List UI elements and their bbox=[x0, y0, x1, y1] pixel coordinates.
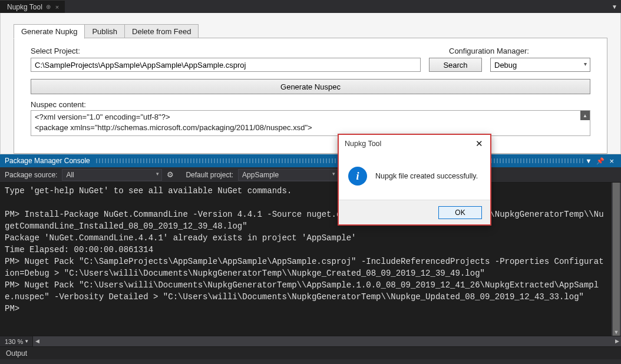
dialog-message: Nupgk file created successfully. bbox=[375, 172, 478, 180]
dialog-title-bar[interactable]: Nupkg Tool ✕ bbox=[339, 135, 490, 153]
search-button[interactable]: Search bbox=[429, 58, 482, 72]
console-footer: 130 % ▼ ◀ ▶ bbox=[0, 336, 621, 346]
generate-nupkg-panel: Select Project: Configuration Manager: S… bbox=[14, 38, 607, 154]
dialog-ok-button[interactable]: OK bbox=[438, 206, 482, 219]
info-icon: i bbox=[348, 167, 367, 186]
scroll-down-arrow-icon[interactable]: ▼ bbox=[612, 329, 621, 335]
configuration-manager-label: Configuration Manager: bbox=[449, 47, 590, 55]
tab-generate-nupkg[interactable]: Generate Nupkg bbox=[14, 24, 85, 39]
scroll-right-arrow-icon[interactable]: ▶ bbox=[613, 336, 621, 346]
package-source-label: Package source: bbox=[5, 171, 57, 179]
document-tab-title: Nupkg Tool bbox=[7, 3, 42, 11]
vertical-scrollbar[interactable]: ▲ ▼ bbox=[612, 183, 621, 336]
pmc-toolbar: Package source: All ⚙ Default project: A… bbox=[0, 167, 621, 183]
pmc-console-area: Type 'get-help NuGet' to see all availab… bbox=[0, 183, 621, 336]
select-project-label: Select Project: bbox=[31, 47, 425, 55]
dialog-body: i Nupgk file created successfully. bbox=[339, 153, 490, 200]
nuspec-content-label: Nuspec content: bbox=[31, 100, 590, 109]
dialog-title: Nupkg Tool bbox=[345, 140, 381, 148]
dialog-close-icon[interactable]: ✕ bbox=[473, 138, 485, 149]
chevron-down-icon: ▼ bbox=[24, 339, 29, 344]
pmc-dropdown-icon[interactable]: ▼ bbox=[583, 157, 594, 164]
pin-icon[interactable]: ⊕ bbox=[46, 4, 51, 10]
output-tab[interactable]: Output bbox=[0, 346, 621, 359]
horizontal-scrollbar[interactable]: ◀ ▶ bbox=[33, 336, 621, 346]
pmc-console[interactable]: Type 'get-help NuGet' to see all availab… bbox=[0, 183, 612, 336]
nuspec-content-textarea[interactable]: <?xml version="1.0" encoding="utf-8"?> <… bbox=[31, 110, 590, 136]
inner-tab-strip: Generate Nupkg Publish Delete from Feed bbox=[14, 24, 198, 38]
close-tab-icon[interactable]: × bbox=[54, 4, 60, 11]
tab-delete-from-feed[interactable]: Delete from Feed bbox=[124, 24, 199, 39]
tool-page: Generate Nupkg Publish Delete from Feed … bbox=[0, 13, 621, 154]
scroll-left-arrow-icon[interactable]: ◀ bbox=[33, 336, 41, 346]
output-tab-label: Output bbox=[6, 349, 27, 358]
document-tab-bar: Nupkg Tool ⊕ × ▼ bbox=[0, 0, 621, 13]
nuspec-text: <?xml version="1.0" encoding="utf-8"?> <… bbox=[35, 112, 580, 134]
configuration-select[interactable]: Debug bbox=[490, 58, 590, 72]
gear-icon[interactable]: ⚙ bbox=[167, 170, 174, 179]
tab-publish[interactable]: Publish bbox=[84, 24, 125, 39]
pmc-pin-icon[interactable]: 📌 bbox=[594, 157, 607, 165]
default-project-select[interactable]: AppSample bbox=[238, 169, 338, 181]
scroll-up-icon[interactable]: ▲ bbox=[580, 111, 590, 120]
generate-nuspec-button[interactable]: Generate Nuspec bbox=[31, 79, 590, 94]
nupkg-success-dialog: Nupkg Tool ✕ i Nupgk file created succes… bbox=[338, 134, 491, 226]
package-source-select[interactable]: All bbox=[62, 169, 162, 181]
scroll-thumb[interactable] bbox=[613, 183, 620, 336]
pmc-title-text: Package Manager Console bbox=[5, 157, 90, 165]
pmc-title-bar: Package Manager Console ▼ 📌 × bbox=[0, 154, 621, 167]
document-tab-nupkg-tool[interactable]: Nupkg Tool ⊕ × bbox=[0, 0, 65, 13]
default-project-label: Default project: bbox=[186, 171, 233, 179]
project-path-input[interactable] bbox=[31, 58, 421, 72]
pmc-close-icon[interactable]: × bbox=[607, 157, 616, 166]
zoom-control[interactable]: 130 % ▼ bbox=[0, 336, 33, 346]
zoom-value: 130 % bbox=[5, 338, 23, 345]
dialog-button-row: OK bbox=[339, 200, 490, 224]
tab-overflow-dropdown[interactable]: ▼ bbox=[608, 0, 621, 13]
